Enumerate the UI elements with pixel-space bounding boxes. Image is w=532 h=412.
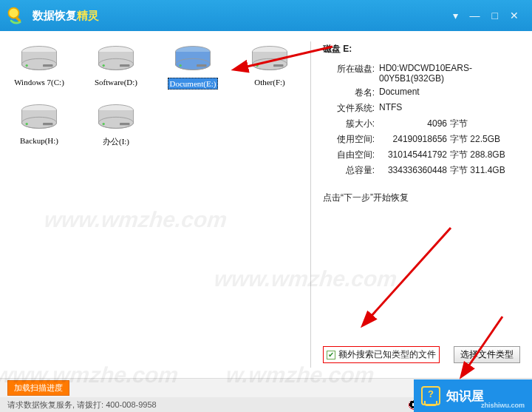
svg-rect-21: [43, 123, 52, 125]
svg-rect-13: [197, 64, 206, 67]
svg-point-24: [103, 123, 105, 125]
badge-monitor-icon: [421, 386, 440, 405]
app-logo-icon: [6, 5, 27, 26]
drive-item[interactable]: Document(E:): [164, 44, 222, 90]
drive-item[interactable]: Other(F:): [241, 44, 299, 90]
total-bytes: 334336360448: [379, 165, 447, 175]
drive-item[interactable]: Windows 7(C:): [10, 44, 68, 90]
svg-point-8: [103, 64, 105, 67]
drive-label: Windows 7(C:): [14, 78, 64, 87]
svg-rect-17: [273, 64, 283, 67]
drive-list-pane: Windows 7(C:) Software(D:) Document(E:) …: [0, 31, 310, 378]
badge-text: 知识屋: [446, 388, 484, 405]
used-bytes: 24190918656: [379, 134, 447, 144]
host-disk-label: 所在磁盘:: [332, 63, 375, 84]
used-hr: 字节 22.5GB: [450, 134, 500, 144]
svg-point-20: [26, 123, 28, 125]
drive-label: Other(F:): [254, 78, 285, 87]
svg-rect-25: [120, 123, 129, 125]
drive-icon: [95, 103, 137, 134]
title-bar: 数据恢复精灵 ▾ — □ ✕: [0, 0, 532, 31]
drive-item[interactable]: Software(D:): [87, 44, 145, 90]
cluster-label: 簇大小:: [332, 118, 375, 130]
minimize-button[interactable]: —: [470, 10, 480, 21]
hotline-text: 请求数据恢复服务, 请拨打: 400-008-9958: [7, 399, 157, 411]
total-label: 总容量:: [332, 164, 375, 177]
svg-point-12: [180, 64, 182, 67]
drive-label: Document(E:): [168, 78, 219, 90]
volume-value: Document: [379, 87, 520, 99]
badge-subtext: zhishiwu.com: [481, 402, 525, 409]
main-content: Windows 7(C:) Software(D:) Document(E:) …: [0, 31, 532, 378]
app-title: 数据恢复精灵: [33, 9, 99, 23]
menu-button[interactable]: ▾: [453, 10, 458, 21]
free-label: 自由空间:: [332, 149, 375, 161]
drive-icon: [18, 103, 60, 134]
drive-label: 办公(I:): [103, 136, 129, 147]
drive-icon: [249, 44, 290, 75]
drive-icon: [95, 44, 137, 75]
checkmark-icon: ✔: [327, 351, 335, 359]
drive-icon: [172, 44, 214, 75]
host-disk-value: HD0:WDCWD10EARS-00Y5B1(932GB): [379, 63, 520, 84]
info-pane: 磁盘 E: 所在磁盘:HD0:WDCWD10EARS-00Y5B1(932GB)…: [311, 31, 532, 378]
used-label: 使用空间:: [332, 133, 375, 146]
volume-label: 卷名:: [332, 87, 375, 99]
close-button[interactable]: ✕: [510, 10, 519, 21]
svg-point-4: [26, 64, 28, 67]
free-hr: 字节 288.8GB: [450, 149, 505, 160]
load-scan-progress-button[interactable]: 加载扫描进度: [7, 380, 69, 396]
extra-search-label: 额外搜索已知类型的文件: [338, 348, 436, 361]
select-file-types-button[interactable]: 选择文件类型: [454, 346, 520, 363]
drive-label: Software(D:): [95, 78, 137, 87]
cluster-unit: 字节: [450, 118, 468, 129]
total-hr: 字节 311.4GB: [450, 165, 505, 175]
drive-icon: [18, 44, 60, 75]
svg-point-0: [9, 8, 19, 18]
svg-rect-5: [43, 64, 52, 67]
fs-label: 文件系统:: [332, 102, 375, 115]
drive-label: Backup(H:): [20, 136, 58, 145]
next-step-prompt: 点击“下一步”开始恢复: [323, 192, 520, 204]
window-controls: ▾ — □ ✕: [453, 10, 526, 21]
svg-rect-9: [120, 64, 129, 67]
free-bytes: 310145441792: [379, 149, 447, 160]
cluster-bytes: 4096: [379, 118, 447, 129]
maximize-button[interactable]: □: [492, 10, 498, 21]
fs-value: NTFS: [379, 102, 520, 115]
drive-item[interactable]: Backup(H:): [10, 103, 68, 147]
drive-item[interactable]: 办公(I:): [87, 103, 145, 147]
extra-search-checkbox[interactable]: ✔ 额外搜索已知类型的文件: [323, 346, 440, 363]
info-header: 磁盘 E:: [323, 43, 520, 55]
svg-point-16: [256, 64, 259, 67]
site-badge[interactable]: 知识屋 zhishiwu.com: [414, 379, 532, 412]
